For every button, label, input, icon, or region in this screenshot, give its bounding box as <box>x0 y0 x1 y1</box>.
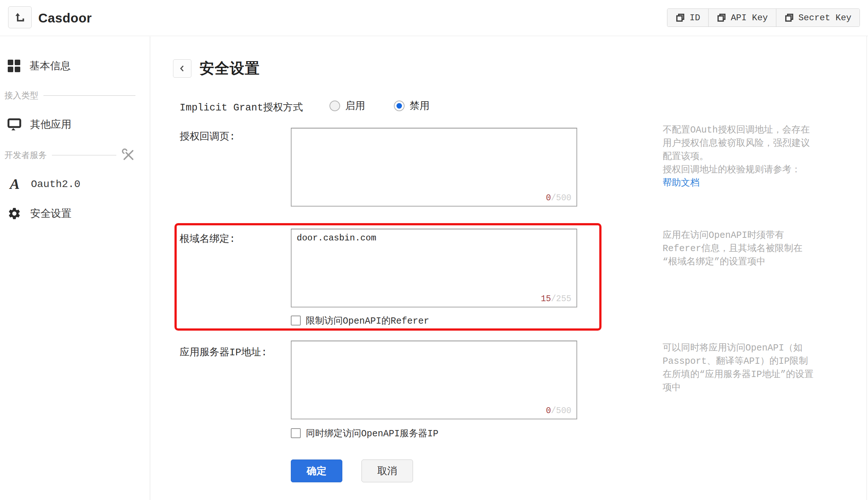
sidebar-item-label: 基本信息 <box>29 59 71 73</box>
bind-openapi-ip-checkbox-label: 同时绑定访问OpenAPI服务器IP <box>306 427 438 439</box>
sidebar-group-developer-services: 开发者服务 <box>4 149 135 161</box>
bind-openapi-ip-checkbox-row[interactable]: 同时绑定访问OpenAPI服务器IP <box>291 427 438 439</box>
help-doc-link[interactable]: 帮助文档 <box>663 178 699 189</box>
root-domain-used-count: 15 <box>541 294 551 304</box>
callback-pages-label: 授权回调页: <box>180 130 235 143</box>
callback-help-text: 不配置OAuth授权回调地址，会存在用户授权信息被窃取风险，强烈建议配置该项。 … <box>663 124 814 190</box>
callback-char-counter: 0/500 <box>546 193 571 203</box>
sidebar-item-other-apps[interactable]: 其他应用 <box>7 116 71 133</box>
sidebar-group-label: 开发者服务 <box>4 149 47 161</box>
callback-pages-value <box>292 128 576 136</box>
sidebar-group-access-type: 接入类型 <box>4 89 135 102</box>
sidebar-item-label: Oauth2.0 <box>31 179 80 190</box>
gear-icon <box>7 207 21 221</box>
root-domain-max-count: /255 <box>551 294 571 304</box>
copy-id-label: ID <box>689 13 700 23</box>
divider-line <box>52 155 116 155</box>
referer-restrict-checkbox-row[interactable]: 限制访问OpenAPI的Referer <box>291 314 429 327</box>
radio-option-enable[interactable]: 启用 <box>329 99 365 112</box>
server-ip-help-line: 可以同时将应用访问OpenAPI（如Passport、翻译等API）的IP限制在… <box>663 342 814 395</box>
root-domain-label: 根域名绑定: <box>180 232 235 245</box>
server-ip-max-count: /500 <box>551 406 571 416</box>
sidebar: 基本信息 接入类型 其他应用 开发者服务 A Oauth2.0 <box>0 36 150 500</box>
root-domain-char-counter: 15/255 <box>541 294 571 304</box>
form-actions: 确定 取消 <box>291 459 413 482</box>
server-ip-value <box>292 341 576 349</box>
sidebar-item-label: 安全设置 <box>30 207 71 221</box>
server-ip-label: 应用服务器IP地址: <box>180 345 267 359</box>
copy-api-key-button[interactable]: API Key <box>708 9 776 27</box>
copy-api-key-label: API Key <box>731 13 768 23</box>
sidebar-item-oauth2[interactable]: A Oauth2.0 <box>7 175 80 193</box>
server-ip-help-text: 可以同时将应用访问OpenAPI（如Passport、翻译等API）的IP限制在… <box>663 342 814 395</box>
sidebar-item-basic-info[interactable]: 基本信息 <box>7 57 71 75</box>
radio-enable-label: 启用 <box>345 99 365 112</box>
server-ip-char-counter: 0/500 <box>546 406 571 416</box>
monitor-icon <box>7 118 21 131</box>
tools-icon <box>121 148 135 162</box>
callback-used-count: 0 <box>546 193 551 203</box>
home-up-button[interactable] <box>8 6 32 28</box>
sidebar-item-label: 其他应用 <box>30 117 71 131</box>
radio-disable-label: 禁用 <box>410 99 430 112</box>
ok-button[interactable]: 确定 <box>291 459 342 482</box>
callback-help-line1: 不配置OAuth授权回调地址，会存在用户授权信息被窃取风险，强烈建议配置该项。 <box>663 124 814 163</box>
sidebar-item-security-settings[interactable]: 安全设置 <box>7 205 71 222</box>
copy-icon <box>717 13 726 22</box>
divider-line <box>43 95 135 96</box>
sidebar-group-label: 接入类型 <box>4 90 38 101</box>
top-header: Casdoor ID API Key <box>0 0 868 36</box>
copy-icon <box>784 13 794 22</box>
server-ip-used-count: 0 <box>546 406 551 416</box>
chevron-left-icon <box>177 64 187 73</box>
copy-id-button[interactable]: ID <box>667 9 708 27</box>
back-button[interactable] <box>173 59 191 78</box>
root-domain-textarea[interactable]: door.casbin.com 15/255 <box>291 229 577 307</box>
copy-button-group: ID API Key Secret Key <box>667 8 860 27</box>
callback-help-line2: 授权回调地址的校验规则请参考： <box>663 163 814 177</box>
callback-pages-textarea[interactable]: 0/500 <box>291 128 577 207</box>
copy-icon <box>675 13 685 22</box>
root-domain-help-text: 应用在访问OpenAPI时须带有Referer信息，且其域名被限制在 “根域名绑… <box>663 229 814 269</box>
radio-option-disable[interactable]: 禁用 <box>394 99 430 112</box>
app-title: Casdoor <box>38 11 92 25</box>
implicit-grant-radio-group: 启用 禁用 <box>329 99 430 112</box>
root-domain-help-line: 应用在访问OpenAPI时须带有Referer信息，且其域名被限制在 “根域名绑… <box>663 229 814 269</box>
checkbox-unchecked-icon[interactable] <box>291 428 301 438</box>
level-up-arrow-icon <box>14 11 26 23</box>
root-domain-value: door.casbin.com <box>292 229 576 247</box>
server-ip-textarea[interactable]: 0/500 <box>291 341 577 419</box>
callback-max-count: /500 <box>551 193 571 203</box>
referer-restrict-checkbox-label: 限制访问OpenAPI的Referer <box>306 314 429 327</box>
main-content: 安全设置 Implicit Grant授权方式 启用 禁用 授权回调页: 0/5… <box>151 36 868 500</box>
page-title: 安全设置 <box>200 58 260 78</box>
page-title-row: 安全设置 <box>173 58 260 78</box>
grid-icon <box>7 59 21 73</box>
radio-unchecked-icon <box>329 101 340 111</box>
implicit-grant-label: Implicit Grant授权方式 <box>180 101 303 114</box>
copy-secret-key-button[interactable]: Secret Key <box>776 9 860 27</box>
copy-secret-key-label: Secret Key <box>798 13 851 23</box>
radio-checked-icon <box>394 101 405 111</box>
checkbox-unchecked-icon[interactable] <box>291 316 301 325</box>
cancel-button[interactable]: 取消 <box>361 459 413 482</box>
api-icon: A <box>7 177 22 191</box>
